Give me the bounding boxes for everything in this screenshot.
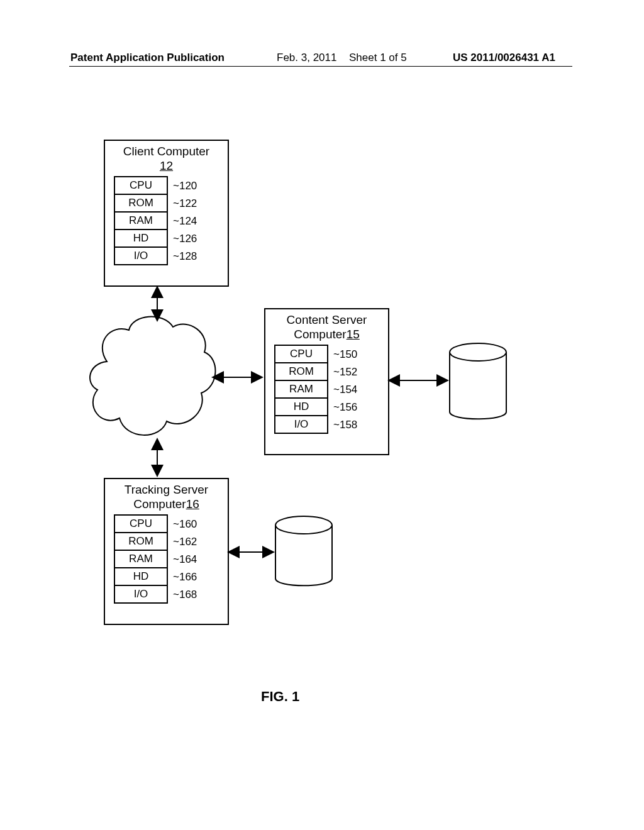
tracking-rom: ROM (114, 532, 168, 551)
content-ram-ref: ~154 (333, 384, 357, 396)
table-row: CPU ~150 (274, 346, 388, 363)
tracking-title-line1: Tracking Server (125, 483, 208, 496)
content-cpu: CPU (274, 345, 328, 363)
tracking-ram-ref: ~164 (173, 553, 197, 566)
header-left: Patent Application Publication (70, 52, 225, 64)
table-row: RAM ~124 (114, 213, 228, 230)
cloud-ref: 14 (142, 372, 155, 386)
content-rom: ROM (274, 362, 328, 381)
table-row: ROM ~122 (114, 195, 228, 213)
tracking-rom-ref: ~162 (173, 536, 197, 548)
table-row: I/O ~158 (274, 416, 388, 434)
header-sheet: Sheet 1 of 5 (349, 52, 407, 64)
tracking-title: Tracking Server Computer16 (105, 479, 228, 512)
content-title-line1: Content Server (287, 313, 367, 326)
content-hd: HD (274, 397, 328, 416)
db-content-ref: 17 (472, 375, 485, 389)
header-rule (69, 66, 572, 67)
client-cpu: CPU (114, 176, 168, 195)
client-title: Client Computer 12 (105, 141, 228, 174)
table-row: RAM ~164 (114, 551, 228, 568)
table-row: CPU ~120 (114, 177, 228, 195)
content-rows: CPU ~150 ROM ~152 RAM ~154 HD ~156 I/O ~… (274, 346, 388, 434)
table-row: I/O ~128 (114, 248, 228, 265)
tracking-rows: CPU ~160 ROM ~162 RAM ~164 HD ~166 I/O ~… (114, 516, 228, 604)
figure-caption: FIG. 1 (261, 689, 299, 705)
content-io-ref: ~158 (333, 419, 357, 431)
tracking-io: I/O (114, 585, 168, 604)
client-title-text: Client Computer (123, 145, 209, 158)
page: Patent Application Publication Feb. 3, 2… (0, 0, 644, 830)
content-title-line2: Computer (294, 328, 346, 341)
header-date: Feb. 3, 2011 (277, 52, 336, 64)
client-rom: ROM (114, 194, 168, 213)
tracking-hd: HD (114, 567, 168, 586)
tracking-ref: 16 (186, 497, 199, 511)
content-server-box: Content Server Computer15 CPU ~150 ROM ~… (264, 308, 389, 455)
table-row: HD ~166 (114, 568, 228, 586)
client-computer-box: Client Computer 12 CPU ~120 ROM ~122 RAM… (104, 140, 229, 287)
table-row: I/O ~168 (114, 586, 228, 604)
content-hd-ref: ~156 (333, 401, 357, 414)
tracking-io-ref: ~168 (173, 589, 197, 601)
client-hd-ref: ~126 (173, 233, 197, 245)
tracking-cpu: CPU (114, 514, 168, 533)
content-ram: RAM (274, 380, 328, 399)
client-rows: CPU ~120 ROM ~122 RAM ~124 HD ~126 I/O ~… (114, 177, 228, 265)
svg-point-0 (450, 343, 506, 361)
table-row: HD ~126 (114, 230, 228, 248)
client-cpu-ref: ~120 (173, 180, 197, 192)
tracking-title-line2: Computer (133, 497, 186, 511)
client-rom-ref: ~122 (173, 197, 197, 210)
content-ref: 15 (347, 328, 360, 341)
client-io-ref: ~128 (173, 250, 197, 263)
header-pubno: US 2011/0026431 A1 (453, 52, 555, 64)
client-ram: RAM (114, 211, 168, 230)
table-row: ROM ~162 (114, 533, 228, 551)
table-row: HD ~156 (274, 399, 388, 416)
tracking-server-box: Tracking Server Computer16 CPU ~160 ROM … (104, 478, 229, 625)
client-ram-ref: ~124 (173, 215, 197, 228)
content-rom-ref: ~152 (333, 366, 357, 379)
table-row: CPU ~160 (114, 516, 228, 533)
tracking-ram: RAM (114, 550, 168, 568)
table-row: RAM ~154 (274, 381, 388, 399)
tracking-cpu-ref: ~160 (173, 518, 197, 531)
svg-point-1 (275, 516, 332, 534)
client-ref: 12 (160, 159, 173, 172)
content-cpu-ref: ~150 (333, 348, 357, 361)
tracking-hd-ref: ~166 (173, 571, 197, 584)
content-io: I/O (274, 415, 328, 434)
table-row: ROM ~152 (274, 363, 388, 381)
db-tracking-ref: 18 (297, 547, 310, 561)
client-io: I/O (114, 246, 168, 265)
client-hd: HD (114, 229, 168, 248)
content-title: Content Server Computer15 (265, 309, 388, 342)
